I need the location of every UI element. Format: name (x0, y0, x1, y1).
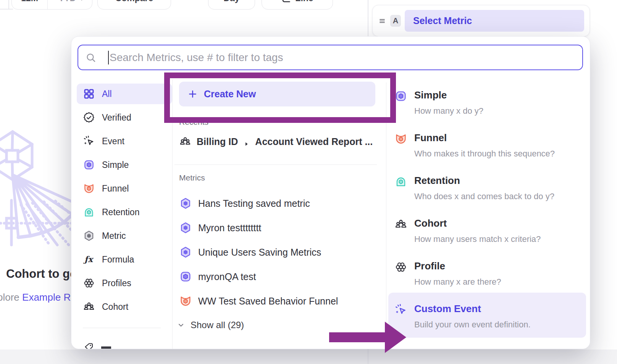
sidebar-item-all[interactable]: All (77, 84, 172, 104)
explore-example-line: xplore Example R (0, 292, 71, 303)
metric-icon (83, 230, 95, 242)
chevron-down-icon (78, 0, 85, 2)
metric-type-desc: How many x do y? (414, 106, 483, 116)
recent-metric-item[interactable]: Billing ID Account Viewed Report ... (179, 133, 373, 150)
sidebar-item-simple[interactable]: Simple (77, 155, 172, 175)
text-cursor (108, 51, 109, 64)
metric-type-title: Profile (414, 260, 501, 272)
metric-type-desc: How many x are there? (414, 277, 501, 287)
metric-type-funnel[interactable]: Funnel Who makes it through this sequenc… (388, 132, 586, 159)
metric-purple-icon (179, 246, 192, 259)
retention-icon (394, 175, 407, 188)
saved-metrics-list: Hans Testing saved metric Myron testtttt… (179, 195, 378, 317)
tag-icon (83, 342, 94, 349)
annotation-highlight-rectangle (164, 72, 396, 123)
saved-metric-item[interactable]: Hans Testing saved metric (179, 195, 378, 212)
show-all-button[interactable]: Show all (29) (177, 320, 244, 330)
line-chart-icon (281, 0, 291, 3)
page-bottom-strip (0, 350, 617, 364)
people-icon (83, 301, 95, 313)
metric-type-title: Retention (414, 175, 554, 187)
formula-icon: ƒx (83, 253, 95, 266)
verified-icon (83, 111, 95, 124)
saved-metric-label: Hans Testing saved metric (198, 198, 310, 209)
date-range-button-group[interactable]: 12M YTD (11, 0, 92, 10)
nav-corner-divider (8, 0, 9, 9)
select-metric-field[interactable]: Select Metric (405, 10, 584, 32)
nav-corner-divider-h (0, 9, 13, 10)
metric-type-title: Simple (414, 89, 483, 101)
caret-right-icon (243, 139, 250, 145)
compare-button[interactable]: Compare (97, 0, 171, 10)
saved-metric-label: WW Test Saved Behavior Funnel (198, 296, 338, 307)
sidebar-item-formula[interactable]: ƒx Formula (77, 249, 172, 270)
retention-icon (83, 206, 95, 218)
category-sidebar: All Verified Event Simple Funnel Retenti… (77, 84, 172, 320)
empty-state-wireframe-graphic (0, 126, 73, 254)
sidebar-item-profiles[interactable]: Profiles (77, 273, 172, 293)
sidebar-item-label: Simple (102, 160, 129, 170)
metrics-section-label: Metrics (179, 173, 205, 182)
metric-type-cohort[interactable]: Cohort How many users match x criteria? (388, 217, 586, 244)
search-icon (85, 52, 97, 63)
sidebar-section-divider (83, 328, 161, 328)
chevron-down-icon (177, 321, 185, 329)
sidebar-item-event[interactable]: Event (77, 131, 172, 151)
range-12m-button[interactable]: 12M (12, 0, 48, 9)
metric-purple-icon (179, 197, 192, 210)
explore-prefix: xplore (0, 292, 22, 303)
sparkle-purple-icon (394, 303, 407, 316)
metric-type-title: Funnel (414, 132, 555, 144)
metric-type-title: Cohort (414, 217, 541, 229)
empty-state-heading-fragment: Cohort to ge (6, 267, 76, 281)
annotation-arrow (329, 332, 386, 342)
range-ytd-button[interactable]: YTD (52, 0, 92, 9)
sidebar-item-label: Metric (102, 231, 126, 241)
metric-type-retention[interactable]: Retention Who does x and comes back to d… (388, 175, 586, 201)
metric-type-custom-event[interactable]: Custom Event Build your own event defini… (388, 293, 586, 338)
funnel-icon (83, 182, 95, 195)
saved-metric-label: Myron testttttttt (198, 222, 261, 234)
sparkle-icon (83, 135, 95, 147)
sidebar-item-cohort[interactable]: Cohort (77, 296, 172, 317)
series-a-badge[interactable]: A (390, 15, 401, 27)
sidebar-item-verified[interactable]: Verified (77, 107, 172, 128)
funnel-icon (394, 132, 407, 145)
sidebar-item-label: Retention (102, 207, 139, 217)
flower-icon (83, 277, 95, 289)
sidebar-item-metric[interactable]: Metric (77, 225, 172, 246)
metric-series-card: A Select Metric (372, 5, 590, 37)
sidebar-item-label: All (102, 89, 112, 99)
metric-search-bar[interactable] (78, 45, 583, 70)
example-report-link[interactable]: Example R (22, 292, 71, 303)
interval-day-button[interactable]: Day (208, 0, 255, 10)
saved-metric-item[interactable]: WW Test Saved Behavior Funnel (179, 292, 378, 310)
sidebar-item-partial[interactable] (77, 342, 172, 349)
saved-metric-label: myronQA test (198, 271, 256, 282)
saved-metric-label: Unique Users Saving Metrics (198, 247, 321, 258)
cohort-icon (179, 135, 191, 148)
middle-column-divider (174, 164, 377, 165)
chart-type-line-button[interactable]: Line (262, 0, 333, 10)
metric-type-simple[interactable]: Simple How many x do y? (388, 89, 586, 116)
sidebar-item-label: Profiles (102, 278, 131, 288)
metric-search-input[interactable] (110, 52, 582, 64)
metric-purple-icon (179, 221, 192, 234)
funnel-icon (179, 295, 192, 308)
drag-handle-icon[interactable] (378, 17, 386, 25)
saved-metric-item[interactable]: Myron testttttttt (179, 219, 378, 237)
metric-type-desc: Build your own event definition. (414, 320, 531, 330)
metric-type-title: Custom Event (414, 303, 531, 315)
simple-icon (179, 270, 192, 283)
metric-type-profile[interactable]: Profile How many x are there? (388, 260, 586, 287)
saved-metric-item[interactable]: Unique Users Saving Metrics (179, 243, 378, 261)
saved-metric-item[interactable]: myronQA test (179, 268, 378, 285)
sidebar-item-label: Verified (102, 113, 131, 123)
sidebar-item-label: Formula (102, 254, 134, 265)
clipped-label-fragment (101, 346, 111, 349)
simple-icon (394, 90, 407, 103)
sidebar-item-retention[interactable]: Retention (77, 202, 172, 222)
sidebar-item-label: Event (102, 136, 124, 147)
sidebar-item-label: Cohort (102, 302, 128, 312)
sidebar-item-funnel[interactable]: Funnel (77, 178, 172, 199)
